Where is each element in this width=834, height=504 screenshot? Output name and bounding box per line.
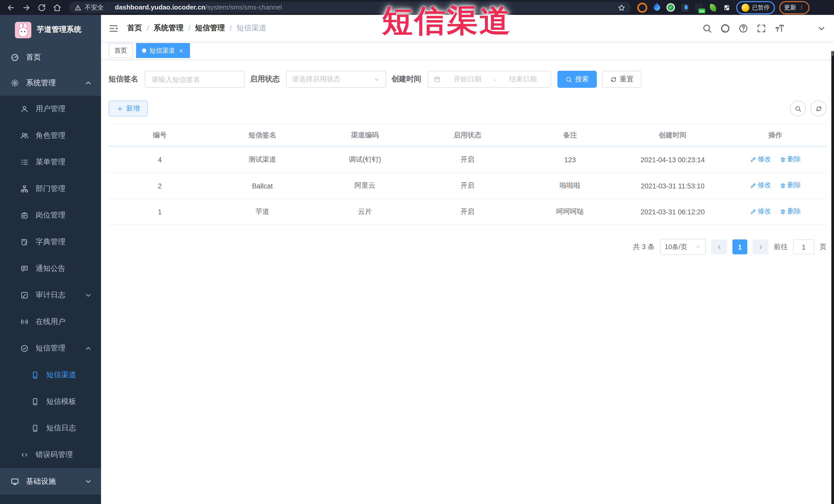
search-button[interactable]: 搜索: [557, 71, 597, 88]
extension-ring-icon[interactable]: [637, 2, 647, 12]
enable-status-select[interactable]: 请选择启用状态: [286, 71, 386, 88]
reload-icon[interactable]: [37, 3, 46, 12]
breadcrumb-home[interactable]: 首页: [127, 23, 142, 33]
refresh-table-button[interactable]: [811, 101, 827, 116]
chevron-up-icon: [84, 79, 92, 87]
avatar[interactable]: [792, 18, 807, 38]
sidebar-item-home[interactable]: 首页: [0, 45, 101, 70]
sidebar-item-sms-channel[interactable]: 短信渠道: [0, 362, 101, 389]
delete-label: 删除: [788, 181, 801, 190]
sidebar-item-label: 短信管理: [36, 344, 65, 353]
sidebar-item-label: 用户管理: [36, 104, 65, 114]
cell-sign: 芋道: [211, 199, 314, 225]
delete-button[interactable]: 删除: [780, 155, 801, 164]
delete-button[interactable]: 删除: [780, 207, 801, 216]
jump-suffix: 页: [820, 242, 827, 251]
cell-status: 开启: [416, 146, 519, 173]
app-logo[interactable]: 芋道管理系统: [0, 15, 101, 45]
close-icon[interactable]: [178, 47, 184, 53]
sidebar-item-user-management[interactable]: 用户管理: [0, 96, 101, 123]
extension-check-icon[interactable]: ✓: [666, 3, 675, 12]
chevron-down-icon: [84, 477, 92, 486]
tab-home[interactable]: 首页: [109, 43, 133, 58]
back-icon[interactable]: [6, 3, 16, 12]
paused-badge[interactable]: 已暂停: [736, 1, 775, 14]
page-size-select[interactable]: 10条/页: [660, 239, 706, 255]
browser-menu-kebab-icon[interactable]: [798, 4, 805, 11]
trash-icon: [780, 156, 786, 163]
bookmark-star-icon[interactable]: [618, 3, 626, 11]
date-separator: -: [494, 75, 497, 83]
trash-icon: [780, 209, 786, 215]
chevron-down-icon[interactable]: [816, 23, 827, 33]
main-area: 首页 / 系统管理 / 短信管理 / 短信渠道: [101, 15, 834, 504]
extension-on-badge-icon[interactable]: [695, 4, 703, 11]
prev-page-button[interactable]: [711, 239, 727, 254]
help-icon[interactable]: [738, 23, 748, 33]
sidebar-item-sms-log[interactable]: 短信日志: [0, 415, 101, 442]
sidebar-item-sms-template[interactable]: 短信模板: [0, 389, 101, 415]
github-icon[interactable]: [720, 23, 730, 33]
audit-edit-icon: [20, 291, 29, 299]
cell-id: 4: [109, 146, 211, 173]
sidebar-item-sms-management[interactable]: 短信管理: [0, 335, 101, 362]
sidebar-item-audit-log[interactable]: 审计日志: [0, 282, 101, 309]
sidebar-collapse-icon[interactable]: [109, 23, 118, 33]
edit-button[interactable]: 修改: [750, 181, 771, 190]
extension-leaf-icon[interactable]: [709, 3, 717, 12]
search-icon: [566, 76, 572, 83]
tab-sms-channel[interactable]: 短信渠道: [136, 43, 190, 58]
sidebar-item-error-code-management[interactable]: 错误码管理: [0, 442, 101, 468]
sidebar-item-online-users[interactable]: 在线用户: [0, 309, 101, 335]
security-label: 不安全: [85, 3, 104, 12]
refresh-icon: [610, 76, 617, 83]
extension-flame-icon[interactable]: [681, 3, 689, 11]
sidebar-item-post-management[interactable]: 岗位管理: [0, 202, 101, 229]
create-time-range-picker[interactable]: 开始日期 - 结束日期: [427, 71, 551, 88]
user-icon: [20, 105, 29, 113]
breadcrumb-sms[interactable]: 短信管理: [195, 23, 225, 33]
update-button[interactable]: 更新: [779, 1, 810, 14]
sidebar-item-label: 短信渠道: [46, 370, 76, 380]
sidebar-item-menu-management[interactable]: 菜单管理: [0, 149, 101, 176]
toggle-search-button[interactable]: [790, 101, 806, 116]
cell-remark: 123: [519, 146, 621, 173]
security-warning-icon[interactable]: [74, 4, 81, 11]
cell-create-time: 2021-04-13 00:23:14: [621, 146, 724, 173]
search-icon[interactable]: [702, 23, 712, 33]
cell-id: 1: [109, 199, 211, 225]
sidebar-item-system-management[interactable]: 系统管理: [0, 70, 101, 96]
forward-icon[interactable]: [22, 3, 31, 12]
add-button[interactable]: 新增: [109, 101, 148, 116]
cell-remark: 啦啦啦: [519, 173, 621, 199]
edit-button[interactable]: 修改: [750, 207, 771, 216]
sidebar-item-label: 通知公告: [36, 264, 65, 273]
extensions-puzzle-icon[interactable]: [723, 3, 731, 11]
sidebar-item-notice-announcement[interactable]: 通知公告: [0, 256, 101, 282]
table-row: 2 Ballcat 阿里云 开启 啦啦啦 2021-03-31 11:53:10…: [109, 173, 827, 199]
sidebar-item-label: 短信模板: [46, 397, 76, 407]
col-id: 编号: [109, 124, 211, 146]
total-count: 共 3 条: [633, 242, 655, 251]
breadcrumb-system[interactable]: 系统管理: [154, 23, 183, 33]
sidebar-item-dept-management[interactable]: 部门管理: [0, 176, 101, 202]
emoji-avatar-icon: [741, 3, 749, 11]
sms-sign-input[interactable]: [145, 71, 245, 88]
home-icon[interactable]: [52, 3, 62, 12]
jump-prefix: 前往: [774, 242, 788, 251]
sidebar-item-dict-management[interactable]: 字典管理: [0, 229, 101, 256]
sidebar-item-role-management[interactable]: 角色管理: [0, 123, 101, 149]
font-size-icon[interactable]: [774, 23, 785, 33]
page-scrollbar[interactable]: [831, 51, 834, 504]
current-page-button[interactable]: 1: [732, 239, 747, 254]
extension-drop-icon[interactable]: [652, 3, 661, 12]
fullscreen-icon[interactable]: [756, 23, 766, 33]
omnibox-divider: [109, 4, 110, 11]
reset-button[interactable]: 重置: [602, 71, 641, 88]
delete-button[interactable]: 删除: [780, 181, 801, 190]
next-page-button[interactable]: [753, 239, 769, 254]
edit-button[interactable]: 修改: [750, 155, 771, 164]
sidebar-item-infrastructure[interactable]: 基础设施: [0, 468, 101, 495]
jump-page-input[interactable]: [793, 239, 814, 254]
cell-status: 开启: [416, 199, 519, 225]
